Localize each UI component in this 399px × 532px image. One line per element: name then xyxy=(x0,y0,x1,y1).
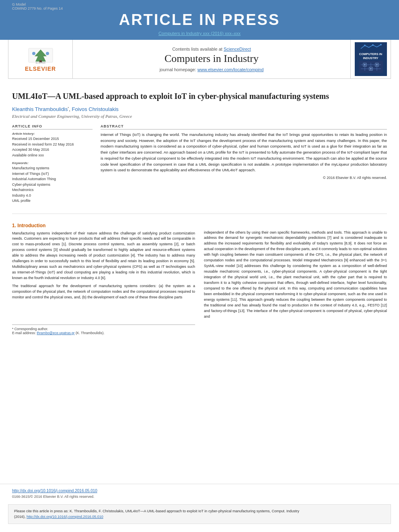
badge-industry: INDUSTRY xyxy=(356,56,385,60)
footnote-corresponding: * Corresponding author. xyxy=(12,327,195,331)
main-content: UML4IoT—A UML-based approach to exploit … xyxy=(0,79,399,484)
available-online: Available online xxx xyxy=(12,153,93,158)
page: G Model COMIND 2779 No. of Pages 14 ARTI… xyxy=(0,0,399,532)
article-info-abstract: ARTICLE INFO Article history: Received 1… xyxy=(12,124,387,207)
author-2[interactable]: Foivos Christoulakis xyxy=(72,106,118,112)
citation-doi-link[interactable]: http://dx.doi.org/10.1016/j.compind.2016… xyxy=(27,515,103,519)
doi-rights: 0166-3615/© 2016 Elsevier B.V. All right… xyxy=(12,495,387,499)
right-body-col: independent of the others by using their… xyxy=(204,219,387,335)
keywords-section: Keywords: Manufacturing systems Internet… xyxy=(12,161,93,204)
svg-point-2 xyxy=(32,52,35,55)
intro-heading: 1. Introduction xyxy=(12,223,195,228)
svg-rect-5 xyxy=(359,44,383,50)
keyword-5: Mechatronics xyxy=(12,187,93,193)
received-date: Received 15 December 2015 xyxy=(12,136,93,142)
doi-link[interactable]: http://dx.doi.org/10.1016/j.compind.2016… xyxy=(12,489,97,493)
svg-text:ELSEVIER: ELSEVIER xyxy=(35,62,45,64)
accepted-date: Accepted 30 May 2016 xyxy=(12,147,93,153)
intro-left-text: Manufacturing systems independent of the… xyxy=(12,231,195,300)
keyword-1: Manufacturing systems xyxy=(12,166,93,171)
homepage-link[interactable]: www.elsevier.com/locate/compind xyxy=(197,67,263,72)
homepage-label: journal homepage: xyxy=(160,67,196,72)
intro-right-text: independent of the others by using their… xyxy=(204,230,387,320)
section-divider xyxy=(12,214,387,214)
article-info-column: ARTICLE INFO Article history: Received 1… xyxy=(12,124,93,207)
abstract-label: ABSTRACT xyxy=(101,124,387,129)
g-model-label: G Model xyxy=(12,2,387,6)
svg-point-20 xyxy=(376,64,377,66)
copyright-line: © 2016 Elsevier B.V. All rights reserved… xyxy=(101,176,387,180)
citation-footer: Please cite this article in press as: K.… xyxy=(8,504,391,524)
article-in-press-title: ARTICLE IN PRESS xyxy=(12,12,387,27)
author-1[interactable]: Kleanthis Thramboulidis xyxy=(12,106,68,112)
left-body-col: 1. Introduction Manufacturing systems in… xyxy=(12,219,195,335)
journal-badge-section: COMPUTERS IN INDUSTRY xyxy=(350,40,391,78)
svg-point-6 xyxy=(364,45,366,46)
abstract-column: ABSTRACT Internet of Things (IoT) is cha… xyxy=(101,124,387,207)
journal-badge: COMPUTERS IN INDUSTRY xyxy=(355,43,387,75)
email-link[interactable]: thrambo@ece.upatras.gr xyxy=(37,331,74,335)
article-history: Article history: Received 15 December 20… xyxy=(12,132,93,158)
elsevier-label: ELSEVIER xyxy=(25,66,56,72)
affiliation: Electrical and Computer Engineering, Uni… xyxy=(12,114,387,119)
svg-point-3 xyxy=(46,52,49,55)
badge-computers: COMPUTERS IN xyxy=(356,52,385,56)
footnote-email: E-mail address: thrambo@ece.upatras.gr (… xyxy=(12,331,195,335)
article-title: UML4IoT—A UML-based approach to exploit … xyxy=(12,91,387,101)
journal-title: Computers in Industry xyxy=(165,53,259,65)
abstract-text: Internet of Things (IoT) is changing the… xyxy=(101,132,387,173)
science-direct-link[interactable]: ScienceDirect xyxy=(224,47,251,51)
keyword-4: Cyber-physical systems xyxy=(12,182,93,188)
keyword-6: Industry 4.0 xyxy=(12,193,93,199)
journal-header: ELSEVIER ELSEVIER Contents lists availab… xyxy=(8,40,391,79)
badge-icon xyxy=(359,44,383,50)
comind-label: COMIND 2779 No. of Pages 14 xyxy=(12,6,387,10)
svg-point-19 xyxy=(370,68,371,70)
revised-date: Received in revised form 22 May 2016 xyxy=(12,142,93,148)
journal-ref-link[interactable]: Computers in Industry xxx (2016) xxx–xxx xyxy=(158,31,241,36)
elsevier-tree-icon: ELSEVIER xyxy=(27,46,55,64)
article-info-label: ARTICLE INFO xyxy=(12,124,93,129)
keyword-7: UML profile xyxy=(12,198,93,204)
elsevier-logo-section: ELSEVIER ELSEVIER xyxy=(8,40,73,78)
svg-point-18 xyxy=(364,64,365,66)
svg-point-8 xyxy=(380,44,382,45)
body-columns: 1. Introduction Manufacturing systems in… xyxy=(12,219,387,335)
journal-header-center: Contents lists available at ScienceDirec… xyxy=(73,40,350,78)
doi-section: http://dx.doi.org/10.1016/j.compind.2016… xyxy=(0,484,399,500)
contents-note: Contents lists available at xyxy=(172,47,222,51)
keyword-3: Industrial Automation Thing xyxy=(12,177,93,182)
history-label: Article history: xyxy=(12,132,93,136)
badge-circuit-icon xyxy=(359,61,383,73)
footnote-area: * Corresponding author. E-mail address: … xyxy=(12,325,195,335)
svg-point-7 xyxy=(372,44,374,46)
authors-line: Kleanthis Thramboulidis*, Foivos Christo… xyxy=(12,106,387,112)
keywords-label: Keywords: xyxy=(12,161,93,165)
keyword-2: Internet of Things (IoT) xyxy=(12,171,93,177)
